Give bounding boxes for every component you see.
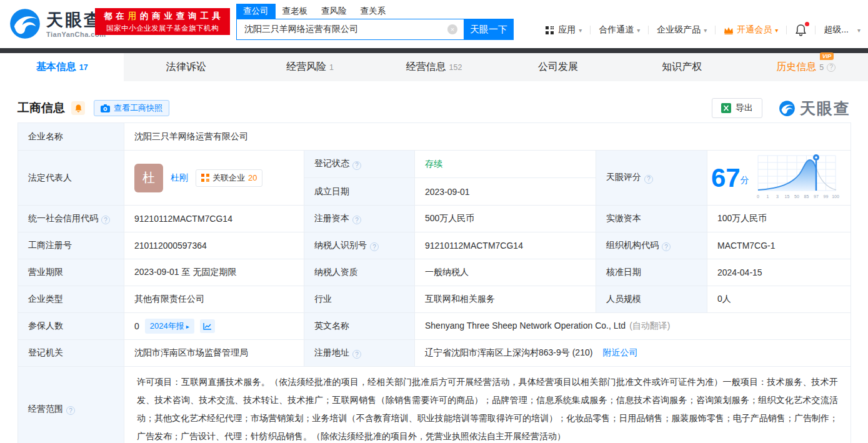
tab-company-development[interactable]: 公司发展 bbox=[496, 53, 620, 81]
search-tab-boss[interactable]: 查老板 bbox=[276, 4, 315, 19]
score-value: 67 bbox=[711, 163, 741, 192]
help-icon[interactable]: ? bbox=[644, 175, 653, 184]
help-icon[interactable]: ? bbox=[370, 242, 379, 251]
industry-label: 行业 bbox=[304, 286, 415, 313]
excel-icon bbox=[721, 103, 731, 113]
table-row: 经营范围? 许可项目：互联网直播技术服务。（依法须经批准的项目，经相关部门批准后… bbox=[18, 367, 851, 443]
table-row: 法定代表人 杜 杜刚 关联企业 20 登记状态? 存续 天眼评分? bbox=[18, 151, 851, 178]
nav-apps[interactable]: 应用▾ bbox=[545, 24, 582, 36]
table-row: 登记机关 沈阳市浑南区市场监督管理局 注册地址? 辽宁省沈阳市浑南区上深沟村86… bbox=[18, 340, 851, 367]
dark-divider-bar bbox=[0, 48, 868, 53]
svg-text:99: 99 bbox=[823, 194, 828, 199]
watermark-logo: 天眼查 bbox=[779, 98, 851, 119]
chevron-down-icon: ▾ bbox=[775, 27, 778, 34]
help-icon[interactable]: ? bbox=[662, 242, 671, 251]
reg-address-label: 注册地址? bbox=[304, 340, 415, 367]
score-unit: 分 bbox=[741, 175, 749, 185]
logo-swirl-icon bbox=[9, 7, 41, 42]
search-input[interactable] bbox=[236, 19, 464, 40]
subscribe-bell-icon[interactable] bbox=[71, 101, 85, 115]
taxpayer-id-value: 91210112MACTM7CG14 bbox=[415, 232, 596, 259]
top-navigation: 应用▾ 合作通道▾ 企业级产品▾ 开通会员▾ bbox=[545, 19, 861, 41]
approval-date-label: 核准日期 bbox=[596, 259, 707, 286]
staff-size-label: 人员规模 bbox=[596, 286, 707, 313]
reg-authority-label: 登记机关 bbox=[18, 340, 124, 367]
avatar[interactable]: 杜 bbox=[134, 164, 163, 192]
search-tab-company[interactable]: 查公司 bbox=[236, 4, 276, 19]
reg-status-label: 登记状态? bbox=[304, 151, 415, 178]
search-tab-relation[interactable]: 查关系 bbox=[354, 4, 393, 19]
business-snapshot-button[interactable]: 查看工商快照 bbox=[94, 100, 169, 116]
tab-legal-proceedings[interactable]: 法律诉讼 bbox=[124, 53, 247, 81]
help-icon[interactable]: ? bbox=[827, 63, 836, 72]
help-icon[interactable]: ? bbox=[352, 161, 361, 170]
legal-rep-label: 法定代表人 bbox=[18, 151, 124, 206]
reg-capital-label: 注册资本? bbox=[304, 206, 415, 232]
company-name-value: 沈阳三只羊网络运营有限公司 bbox=[124, 123, 851, 151]
insured-count-label: 参保人数 bbox=[18, 313, 124, 340]
taxpayer-quality-label: 纳税人资质 bbox=[304, 259, 415, 286]
svg-text:97: 97 bbox=[814, 194, 819, 199]
business-term-label: 营业期限 bbox=[18, 259, 124, 286]
notification-bell-icon[interactable] bbox=[795, 24, 807, 36]
header: 天眼查 TianYanCha.com 都 在 用 的 商 业 查 询 工 具 国… bbox=[0, 0, 868, 48]
trend-chart-icon[interactable] bbox=[200, 319, 215, 333]
english-name-label: 英文名称 bbox=[304, 313, 415, 340]
nav-cooperation[interactable]: 合作通道▾ bbox=[599, 24, 640, 36]
annual-report-badge[interactable]: 2024年报▸ bbox=[145, 319, 194, 334]
english-name-value: Shenyang Three Sheep Network Operation C… bbox=[415, 313, 851, 340]
vip-badge: VIP bbox=[820, 52, 834, 60]
svg-text:50: 50 bbox=[794, 194, 799, 199]
table-row: 参保人数 0 2024年报▸ 英文名称 Shenyang Three Sheep… bbox=[18, 313, 851, 340]
nav-enterprise-products[interactable]: 企业级产品▾ bbox=[657, 24, 707, 36]
tab-operating-info[interactable]: 经营信息152 bbox=[372, 53, 496, 81]
legal-rep-link[interactable]: 杜刚 bbox=[171, 172, 188, 184]
nearby-companies-link[interactable]: 附近公司 bbox=[602, 347, 637, 357]
page-tabbar: 基本信息17 法律诉讼 经营风险1 经营信息152 公司发展 知识产权 历史信息… bbox=[0, 53, 868, 81]
tab-basic-info[interactable]: 基本信息17 bbox=[0, 53, 124, 81]
export-button[interactable]: 导出 bbox=[712, 98, 762, 118]
reg-capital-value: 500万人民币 bbox=[415, 206, 596, 232]
reg-address-cell: 辽宁省沈阳市浑南区上深沟村863-9号 (210)附近公司 bbox=[415, 340, 851, 367]
company-type-value: 其他有限责任公司 bbox=[124, 286, 304, 313]
search-tabs: 查公司 查老板 查风险 查关系 bbox=[236, 4, 514, 19]
clear-icon[interactable]: × bbox=[447, 24, 457, 34]
taxpayer-quality-value: 一般纳税人 bbox=[415, 259, 596, 286]
credit-code-value: 91210112MACTM7CG14 bbox=[124, 206, 304, 232]
nav-open-membership[interactable]: 开通会员▾ bbox=[724, 24, 778, 36]
tab-operating-risk[interactable]: 经营风险1 bbox=[248, 53, 372, 81]
related-companies-badge[interactable]: 关联企业 20 bbox=[196, 169, 262, 187]
score-label: 天眼评分? bbox=[596, 151, 707, 206]
chevron-down-icon: ▾ bbox=[637, 27, 640, 34]
help-icon[interactable]: ? bbox=[101, 216, 110, 224]
org-code-label: 组织机构代码? bbox=[596, 232, 707, 259]
tab-intellectual-property[interactable]: 知识产权 bbox=[620, 53, 744, 81]
paid-capital-label: 实缴资本 bbox=[596, 206, 707, 232]
slogan-line2: 国家中小企业发展子基金旗下机构 bbox=[95, 24, 230, 33]
business-scope-value: 许可项目：互联网直播技术服务。（依法须经批准的项目，经相关部门批准后方可开展经营… bbox=[124, 367, 851, 443]
help-icon[interactable]: ? bbox=[352, 216, 361, 224]
help-icon[interactable]: ? bbox=[66, 406, 75, 415]
svg-text:3: 3 bbox=[776, 194, 779, 199]
nav-super-vip[interactable]: 超级...▾ bbox=[824, 24, 861, 36]
search-button[interactable]: 天眼一下 bbox=[464, 19, 514, 40]
arrow-right-icon: ▸ bbox=[186, 323, 189, 330]
table-row: 统一社会信用代码? 91210112MACTM7CG14 注册资本? 500万人… bbox=[18, 206, 851, 232]
svg-text:0: 0 bbox=[757, 194, 759, 199]
legal-rep-cell: 杜 杜刚 关联企业 20 bbox=[124, 151, 304, 206]
svg-text:85: 85 bbox=[804, 194, 809, 199]
table-row: 企业名称 沈阳三只羊网络运营有限公司 bbox=[18, 123, 851, 151]
search-tab-risk[interactable]: 查风险 bbox=[314, 4, 354, 19]
tianyancha-logo[interactable]: 天眼查 TianYanCha.com bbox=[9, 7, 106, 42]
logo-swirl-icon bbox=[779, 100, 796, 117]
slogan-banner: 都 在 用 的 商 业 查 询 工 具 国家中小企业发展子基金旗下机构 bbox=[95, 8, 230, 35]
credit-code-label: 统一社会信用代码? bbox=[18, 206, 124, 232]
page: 天眼查 TianYanCha.com 都 在 用 的 商 业 查 询 工 具 国… bbox=[0, 0, 868, 443]
tab-history-info[interactable]: 历史信息 VIP 5 ? bbox=[744, 53, 868, 81]
section-title: 工商信息 bbox=[17, 100, 65, 116]
nav-divider bbox=[815, 26, 816, 34]
section-header: 工商信息 查看工商快照 导出 天眼查 bbox=[17, 97, 851, 119]
company-type-label: 企业类型 bbox=[18, 286, 124, 313]
help-icon[interactable]: ? bbox=[352, 350, 361, 359]
chevron-down-icon: ▾ bbox=[579, 27, 582, 34]
